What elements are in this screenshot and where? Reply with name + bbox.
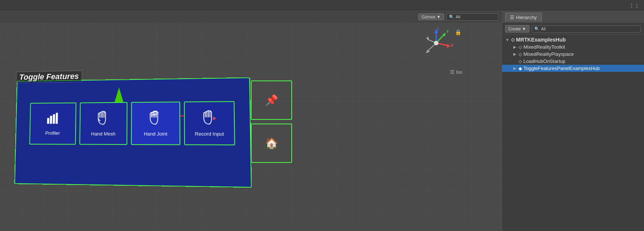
tree-label-root: MRTKExamplesHub: [516, 37, 566, 43]
home-button[interactable]: 🏠: [251, 124, 292, 163]
tree-item-mr-playspace[interactable]: ▶ ◇ MixedRealityPlayspace: [502, 51, 644, 58]
axis-gizmo: Z Y X: [419, 26, 457, 64]
svg-point-13: [434, 41, 438, 45]
tree-item-root[interactable]: ▼ ◇ MRTKExamplesHub: [502, 36, 644, 43]
svg-point-25: [152, 112, 154, 113]
hand-mesh-button[interactable]: Hand Mesh: [79, 102, 127, 145]
svg-point-24: [151, 112, 152, 114]
svg-rect-23: [55, 113, 58, 124]
record-input-button[interactable]: Record Input: [184, 101, 235, 145]
svg-marker-7: [447, 44, 450, 48]
gizmos-button[interactable]: Gizmos ▼: [418, 13, 444, 20]
hand-mesh-icon: [97, 110, 110, 128]
pin-icon: 📌: [265, 94, 278, 106]
tree-icon-toggle-features: ◆: [519, 66, 522, 71]
toggle-panel-title: Toggle Features: [16, 70, 82, 83]
svg-text:X: X: [451, 43, 453, 48]
pin-button[interactable]: 📌: [251, 80, 292, 120]
tree-icon-mr-playspace: ◇: [519, 52, 522, 57]
search-icon: 🔍: [449, 15, 454, 19]
tree-item-toggle-features[interactable]: ▶ ◆ ToggleFeaturesPanelExamplesHub: [502, 65, 644, 72]
gizmos-bar: Gizmos ▼ 🔍 All: [0, 11, 502, 22]
svg-rect-21: [50, 116, 52, 124]
svg-text:Y: Y: [446, 30, 449, 34]
svg-marker-10: [426, 50, 430, 53]
tree-item-mr-toolkit[interactable]: ▶ ◇ MixedRealityToolkit: [502, 43, 644, 51]
scene-search-bar[interactable]: 🔍 All: [446, 13, 499, 21]
side-buttons-panel: 📌 🏠: [251, 80, 292, 163]
toggle-features-panel: Toggle Features: [14, 77, 252, 188]
main-layout: Gizmos ▼ 🔍 All 🔒 Z Y: [0, 11, 644, 231]
scene-viewport: Gizmos ▼ 🔍 All 🔒 Z Y: [0, 11, 502, 231]
svg-point-26: [154, 111, 155, 112]
tree-label-mr-playspace: MixedRealityPlayspace: [523, 51, 574, 57]
profiler-label: Profiler: [45, 130, 60, 136]
record-input-icon: [202, 110, 216, 128]
create-chevron-icon: ▼: [522, 27, 526, 31]
hand-joint-icon: [149, 110, 162, 128]
tree-icon-mr-toolkit: ◇: [519, 45, 522, 50]
svg-point-31: [155, 114, 157, 115]
svg-marker-12: [426, 37, 429, 40]
tree-label-mr-toolkit: MixedRealityToolkit: [523, 44, 565, 50]
hierarchy-tab-label: Hierarchy: [516, 15, 537, 20]
home-icon: 🏠: [265, 137, 278, 149]
top-bar: ⋮⋮: [0, 0, 644, 11]
chevron-down-icon: ▼: [437, 15, 441, 19]
tree-arrow-mr-toolkit: ▶: [513, 45, 517, 49]
svg-point-29: [152, 114, 154, 115]
hierarchy-tab-icon: ☰: [510, 15, 514, 20]
hand-joint-button[interactable]: Hand Joint: [131, 101, 180, 145]
svg-point-30: [154, 114, 155, 115]
svg-point-27: [155, 111, 157, 112]
iso-menu-icon: ☰: [450, 69, 455, 75]
top-bar-left: ⋮⋮: [0, 2, 644, 9]
hierarchy-header: ☰ Hierarchy: [502, 11, 644, 24]
toggle-panel-inner: Toggle Features: [14, 77, 252, 188]
tree-icon-root: ◇: [511, 37, 514, 42]
tree-arrow-mr-playspace: ▶: [513, 52, 517, 56]
tree-label-toggle-features: ToggleFeaturesPanelExamplesHub: [523, 66, 600, 71]
profiler-button[interactable]: Profiler: [29, 103, 76, 145]
tree-arrow-root: ▼: [505, 38, 510, 42]
tree-icon-load-hub: ◇: [519, 59, 522, 64]
svg-point-28: [151, 115, 152, 116]
hierarchy-search-text: All: [541, 27, 546, 31]
feature-buttons-row: Profiler Hand Mesh: [19, 101, 246, 145]
svg-rect-20: [47, 118, 49, 124]
svg-text:Z: Z: [437, 27, 439, 31]
create-label: Create: [508, 27, 521, 31]
tree-label-load-hub: LoadHubOnStartup: [523, 58, 565, 64]
hierarchy-search-icon: 🔍: [534, 27, 540, 31]
hand-joint-label: Hand Joint: [144, 131, 167, 137]
hierarchy-panel: ☰ Hierarchy Create ▼ 🔍 All ▼ ◇ MRTKExamp…: [502, 11, 644, 231]
tree-item-load-hub[interactable]: ▶ ◇ LoadHubOnStartup: [502, 58, 644, 65]
menu-dots-icon[interactable]: ⋮⋮: [628, 2, 641, 9]
hierarchy-toolbar: Create ▼ 🔍 All: [502, 24, 644, 34]
svg-marker-33: [213, 116, 216, 120]
svg-rect-22: [53, 114, 55, 124]
hand-mesh-label: Hand Mesh: [91, 131, 115, 137]
hierarchy-search-bar[interactable]: 🔍 All: [532, 25, 641, 33]
scene-search-text: All: [456, 15, 460, 19]
gizmos-label: Gizmos: [422, 15, 435, 19]
svg-point-32: [157, 112, 158, 114]
iso-label: ☰ Iso: [450, 69, 462, 75]
create-button[interactable]: Create ▼: [505, 25, 529, 33]
record-input-label: Record Input: [195, 131, 224, 137]
hierarchy-tab[interactable]: ☰ Hierarchy: [505, 13, 542, 22]
iso-text: Iso: [456, 69, 462, 75]
axis-gizmo-svg: Z Y X: [419, 26, 453, 60]
tree-arrow-toggle-features: ▶: [513, 66, 517, 70]
hierarchy-content: ▼ ◇ MRTKExamplesHub ▶ ◇ MixedRealityTool…: [502, 34, 644, 231]
profiler-icon: [46, 111, 60, 127]
